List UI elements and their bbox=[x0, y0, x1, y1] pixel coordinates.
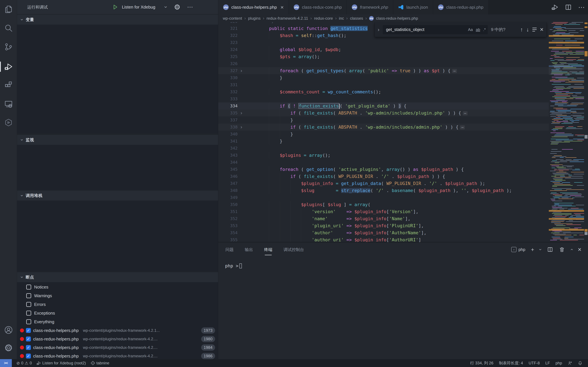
code-line[interactable]: 335› if ( file_exists( ABSPATH . 'wp-adm… bbox=[218, 109, 549, 117]
run-and-debug-icon[interactable] bbox=[0, 58, 17, 75]
code-line[interactable]: 330 } bbox=[218, 74, 549, 81]
terminal-output[interactable]: php > bbox=[225, 263, 242, 268]
breakpoint-filter-row[interactable]: Warnings bbox=[17, 292, 218, 300]
code-line[interactable]: 355 'author_uri' => $plugin_info['Author… bbox=[218, 236, 549, 242]
breadcrumb-item[interactable]: redux-core bbox=[314, 16, 333, 21]
editor-tab[interactable]: launch.json bbox=[393, 0, 433, 14]
checkbox-checked[interactable]: ✓ bbox=[26, 336, 31, 342]
code-line[interactable]: 323 bbox=[218, 39, 549, 46]
code-line[interactable]: 324 global $blog_id, $wpdb; bbox=[218, 46, 549, 53]
fold-chevron-icon[interactable]: › bbox=[240, 109, 243, 117]
remote-indicator[interactable]: >< bbox=[0, 359, 12, 367]
find-next-icon[interactable]: ↓ bbox=[526, 26, 529, 33]
code-line[interactable]: 332 $comments_count = wp_count_comments(… bbox=[218, 88, 549, 95]
panel-tab[interactable]: 终端 bbox=[264, 245, 273, 255]
tabnine-status[interactable]: tabnine bbox=[91, 361, 109, 365]
code-line[interactable]: 342 bbox=[218, 145, 549, 152]
checkbox-unchecked[interactable] bbox=[26, 293, 31, 298]
code-line[interactable]: 345 foreach ( get_option( 'active_plugin… bbox=[218, 166, 549, 173]
code-line[interactable]: 333 bbox=[218, 95, 549, 102]
search-icon[interactable] bbox=[0, 19, 17, 37]
settings-gear-icon[interactable] bbox=[0, 339, 17, 356]
debug-start-icon[interactable] bbox=[112, 4, 118, 10]
regex-toggle[interactable]: .* bbox=[483, 27, 486, 32]
containers-icon[interactable] bbox=[0, 114, 17, 131]
panel-tab[interactable]: 问题 bbox=[225, 245, 234, 255]
terminal-dropdown-icon[interactable]: › bbox=[538, 249, 543, 250]
terminal-selector[interactable]: › php bbox=[511, 247, 525, 252]
code-line[interactable]: 341 } bbox=[218, 138, 549, 145]
breadcrumb[interactable]: wp-content›plugins›redux-framework-4.2.1… bbox=[218, 14, 588, 22]
code-line[interactable]: 346 if ( file_exists( WP_PLUGIN_DIR . '/… bbox=[218, 173, 549, 180]
problems-status[interactable]: ⊘ 0 ⚠ 0 bbox=[17, 361, 32, 366]
section-breakpoints[interactable]: ›断点 bbox=[17, 272, 218, 282]
more-actions-icon[interactable]: ⋯ bbox=[578, 6, 585, 9]
minimap[interactable] bbox=[549, 22, 584, 242]
code-line[interactable]: 349 bbox=[218, 194, 549, 201]
code-line[interactable]: 350 $plugins[ $slug ] = array( bbox=[218, 201, 549, 208]
code-line[interactable]: 352 'name' => $plugin_info['Name'], bbox=[218, 215, 549, 222]
remote-explorer-icon[interactable] bbox=[0, 96, 17, 113]
editor-tab[interactable]: phpclass-redux-core.php bbox=[289, 0, 347, 14]
maximize-panel-icon[interactable]: › bbox=[569, 249, 574, 250]
code-line[interactable]: 334 if ( ! function_exists( 'get_plugin_… bbox=[218, 102, 549, 109]
breadcrumb-item[interactable]: classes bbox=[350, 16, 363, 21]
breakpoint-row[interactable]: ✓class-redux-helpers.phpwp-content/plugi… bbox=[17, 326, 218, 335]
source-control-icon[interactable] bbox=[0, 38, 17, 55]
code-line[interactable]: 326 bbox=[218, 60, 549, 67]
breakpoint-row[interactable]: ✓class-redux-helpers.phpwp-content/plugi… bbox=[17, 335, 218, 343]
code-line[interactable]: 347 $plugin_info = get_plugin_data( WP_P… bbox=[218, 180, 549, 187]
code-line[interactable]: 351 'version' => $plugin_info['Version']… bbox=[218, 208, 549, 215]
feedback-icon[interactable] bbox=[568, 361, 572, 365]
checkbox-unchecked[interactable] bbox=[26, 302, 31, 307]
checkbox-checked[interactable]: ✓ bbox=[26, 345, 31, 350]
find-close-icon[interactable]: × bbox=[540, 26, 544, 33]
split-terminal-icon[interactable] bbox=[547, 246, 553, 253]
language-mode[interactable]: php bbox=[555, 361, 562, 365]
editor-tab[interactable]: phpclass-redux-helpers.php× bbox=[218, 0, 289, 14]
breadcrumb-item[interactable]: plugins bbox=[248, 16, 260, 21]
find-input[interactable] bbox=[386, 27, 465, 32]
checkbox-checked[interactable]: ✓ bbox=[26, 328, 31, 333]
extensions-icon[interactable] bbox=[0, 76, 17, 93]
find-previous-icon[interactable]: ↑ bbox=[520, 26, 523, 33]
kill-terminal-icon[interactable] bbox=[559, 246, 565, 253]
fold-chevron-icon[interactable]: › bbox=[240, 124, 243, 131]
checkbox-unchecked[interactable] bbox=[26, 311, 31, 316]
debug-more-actions-icon[interactable]: ⋯ bbox=[187, 6, 193, 8]
checkbox-unchecked[interactable] bbox=[26, 319, 31, 324]
section-variables[interactable]: ›变量 bbox=[17, 14, 218, 25]
close-panel-icon[interactable]: × bbox=[578, 246, 581, 253]
minimap-slider[interactable] bbox=[549, 65, 584, 75]
code-line[interactable]: 331 bbox=[218, 81, 549, 88]
code-line[interactable]: 340 } bbox=[218, 131, 549, 138]
breakpoint-filter-row[interactable]: Exceptions bbox=[17, 309, 218, 317]
accounts-icon[interactable] bbox=[0, 321, 17, 339]
debug-status[interactable]: Listen for Xdebug (root2) bbox=[36, 361, 86, 365]
breadcrumb-file[interactable]: class-redux-helpers.php bbox=[376, 16, 418, 21]
code-line[interactable]: 327› foreach ( get_post_types( array( 'p… bbox=[218, 67, 549, 74]
new-terminal-icon[interactable]: + bbox=[531, 247, 534, 252]
fold-chevron-icon[interactable]: › bbox=[240, 67, 243, 74]
launch-config-label[interactable]: Listen for Xdebug bbox=[122, 5, 155, 10]
breadcrumb-item[interactable]: redux-framework-4.2.11 bbox=[267, 16, 308, 21]
panel-tab[interactable]: 输出 bbox=[244, 245, 253, 255]
close-tab-icon[interactable]: × bbox=[280, 4, 284, 10]
breakpoint-filter-row[interactable]: Errors bbox=[17, 300, 218, 309]
explorer-icon[interactable] bbox=[0, 1, 17, 18]
cursor-position[interactable]: 行 334, 列 26 bbox=[470, 360, 493, 366]
breakpoint-filter-row[interactable]: Everything bbox=[17, 317, 218, 326]
code-line[interactable]: 344 bbox=[218, 159, 549, 166]
breadcrumb-item[interactable]: inc bbox=[339, 16, 344, 21]
breadcrumb-item[interactable]: wp-content bbox=[223, 16, 242, 21]
find-in-selection-icon[interactable] bbox=[532, 28, 537, 32]
breakpoint-filter-row[interactable]: Notices bbox=[17, 283, 218, 291]
code-line[interactable]: 337 } bbox=[218, 117, 549, 124]
code-line[interactable]: 325 $pts = array(); bbox=[218, 53, 549, 60]
editor-tab[interactable]: phpclass-redux-api.php bbox=[433, 0, 489, 14]
code-line[interactable]: 343 $plugins = array(); bbox=[218, 152, 549, 159]
notifications-bell-icon[interactable] bbox=[578, 361, 582, 365]
checkbox-unchecked[interactable] bbox=[26, 284, 31, 290]
panel-tab[interactable]: 调试控制台 bbox=[283, 245, 304, 255]
code-line[interactable]: 338› if ( file_exists( ABSPATH . 'wp-adm… bbox=[218, 124, 549, 131]
